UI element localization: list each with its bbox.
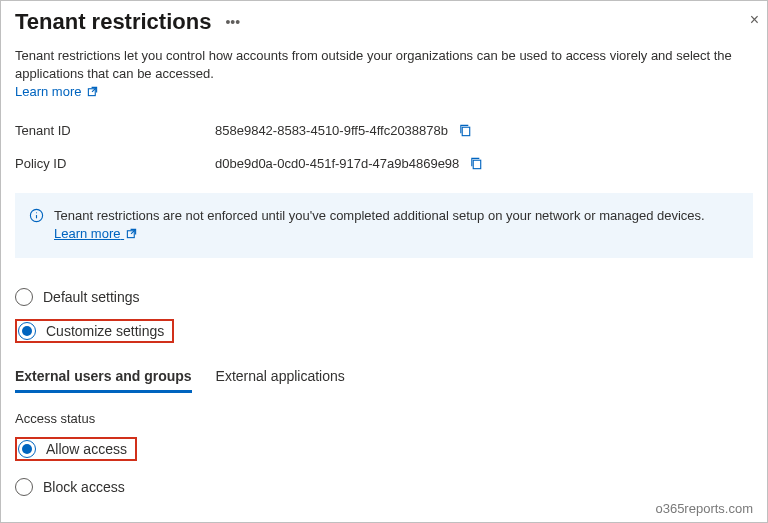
tab-external-users[interactable]: External users and groups (15, 368, 192, 393)
svg-point-4 (36, 212, 37, 213)
info-icon (29, 208, 44, 244)
copy-policy-id-icon[interactable] (469, 156, 484, 171)
tab-users-label: External users and groups (15, 368, 192, 384)
radio-block-label: Block access (43, 479, 125, 495)
learn-more-link[interactable]: Learn more (15, 84, 98, 99)
info-text: Tenant restrictions are not enforced unt… (54, 208, 705, 223)
policy-id-value: d0be9d0a-0cd0-451f-917d-47a9b4869e98 (215, 156, 459, 171)
tab-apps-label: External applications (216, 368, 345, 384)
radio-allow-access[interactable]: Allow access (15, 434, 753, 464)
access-status-label: Access status (1, 393, 767, 434)
watermark: o365reports.com (655, 501, 753, 516)
page-title: Tenant restrictions (15, 9, 211, 35)
external-link-icon (126, 226, 137, 244)
radio-icon (18, 322, 36, 340)
highlight-box: Allow access (15, 437, 137, 461)
more-menu-icon[interactable]: ••• (221, 12, 244, 32)
radio-icon (18, 440, 36, 458)
policy-id-label: Policy ID (15, 156, 215, 171)
external-link-icon (87, 84, 98, 102)
tenant-id-value: 858e9842-8583-4510-9ff5-4ffc2038878b (215, 123, 448, 138)
radio-default-label: Default settings (43, 289, 140, 305)
radio-icon (15, 288, 33, 306)
copy-tenant-id-icon[interactable] (458, 123, 473, 138)
radio-default-settings[interactable]: Default settings (15, 282, 753, 312)
highlight-box: Customize settings (15, 319, 174, 343)
tab-external-applications[interactable]: External applications (216, 368, 345, 393)
radio-allow-label: Allow access (46, 441, 127, 457)
info-learn-more-link[interactable]: Learn more (54, 226, 137, 241)
radio-customize-settings[interactable]: Customize settings (15, 316, 753, 346)
info-banner: Tenant restrictions are not enforced unt… (15, 193, 753, 258)
intro-text: Tenant restrictions let you control how … (15, 48, 732, 81)
tenant-id-label: Tenant ID (15, 123, 215, 138)
radio-icon (15, 478, 33, 496)
svg-rect-1 (462, 127, 470, 135)
close-icon[interactable]: × (746, 9, 763, 31)
radio-block-access[interactable]: Block access (15, 472, 753, 502)
radio-customize-label: Customize settings (46, 323, 164, 339)
learn-more-label: Learn more (15, 84, 81, 99)
info-learn-more-label: Learn more (54, 226, 120, 241)
svg-rect-2 (474, 160, 482, 168)
